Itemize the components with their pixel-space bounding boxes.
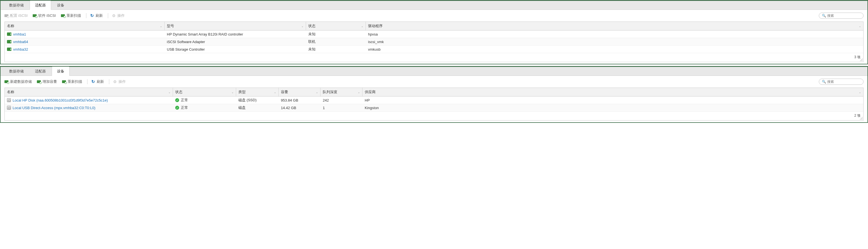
tab-devices[interactable]: 设备 bbox=[52, 66, 70, 76]
table-row[interactable]: vmhba32 USB Storage Controller 未知 vmkusb bbox=[5, 46, 863, 53]
table-row[interactable]: vmhba64 iSCSI Software Adapter 联机 iscsi_… bbox=[5, 38, 863, 46]
adapter-name-link[interactable]: vmhba64 bbox=[13, 40, 28, 44]
rescan-button[interactable]: 重新扫描 bbox=[61, 13, 81, 18]
resize-grip-icon[interactable] bbox=[860, 58, 863, 61]
new-datastore-button[interactable]: 新建数据存储 bbox=[4, 79, 32, 84]
devices-table-body: Local HP Disk (naa.600508b1001cd3f1d9f3d… bbox=[5, 96, 863, 112]
search-box[interactable]: 🔍 bbox=[819, 79, 864, 85]
rescan-button[interactable]: 重新扫描 bbox=[62, 79, 82, 84]
devices-toolbar: 新建数据存储 增加容量 重新扫描 ↻ 刷新 ⚙ 操作 🔍 bbox=[1, 76, 867, 88]
search-box[interactable]: 🔍 bbox=[819, 12, 864, 19]
hba-icon bbox=[7, 48, 11, 51]
col-model[interactable]: 型号⌄ bbox=[164, 22, 306, 30]
refresh-label: 刷新 bbox=[97, 79, 104, 84]
tab-devices[interactable]: 设备 bbox=[52, 1, 70, 9]
col-capacity[interactable]: 容量⌄ bbox=[279, 88, 320, 96]
actions-button[interactable]: ⚙ 操作 bbox=[112, 13, 125, 18]
cell-model: iSCSI Software Adapter bbox=[164, 38, 306, 45]
adapters-tab-bar: 数据存储 适配器 设备 bbox=[1, 1, 867, 10]
iscsi-icon bbox=[4, 14, 8, 17]
device-name-link[interactable]: Local HP Disk (naa.600508b1001cd3f1d9f3d… bbox=[12, 98, 108, 102]
cell-type: 磁盘 (SSD) bbox=[236, 96, 279, 104]
rescan-label: 重新扫描 bbox=[68, 79, 82, 84]
col-queue-depth[interactable]: 队列深度⌄ bbox=[320, 88, 363, 96]
new-datastore-icon bbox=[4, 80, 8, 83]
tab-adapters[interactable]: 适配器 bbox=[30, 66, 51, 76]
col-name[interactable]: 名称⌄ bbox=[5, 22, 164, 30]
sort-icon[interactable]: ⌄ bbox=[857, 25, 861, 28]
devices-table: 名称⌄ 状态⌄ 类型⌄ 容量⌄ 队列深度⌄ 供应商⌄ Local HP Disk… bbox=[4, 88, 864, 120]
device-name-link[interactable]: Local USB Direct-Access (mpx.vmhba32:C0:… bbox=[12, 106, 95, 110]
sort-icon[interactable]: ⌄ bbox=[230, 91, 234, 94]
col-status[interactable]: 状态⌄ bbox=[306, 22, 366, 30]
search-input[interactable] bbox=[827, 80, 861, 84]
increase-capacity-label: 增加容量 bbox=[42, 79, 57, 84]
refresh-icon: ↻ bbox=[90, 13, 94, 18]
cell-driver: iscsi_vmk bbox=[366, 38, 863, 45]
adapters-panel: 数据存储 适配器 设备 配置 iSCSI 软件 iSCSI 重新扫描 ↻ 刷新 … bbox=[0, 0, 868, 64]
software-iscsi-button[interactable]: 软件 iSCSI bbox=[33, 13, 56, 18]
cell-status: 未知 bbox=[306, 46, 366, 53]
adapters-table: 名称⌄ 型号⌄ 状态⌄ 驱动程序⌄ vmhba1 HP Dynamic Smar… bbox=[4, 22, 864, 62]
software-iscsi-label: 软件 iSCSI bbox=[38, 13, 56, 18]
search-icon: 🔍 bbox=[822, 80, 826, 84]
adapters-table-body: vmhba1 HP Dynamic Smart Array B120i RAID… bbox=[5, 30, 863, 53]
rescan-icon bbox=[62, 80, 66, 83]
actions-button[interactable]: ⚙ 操作 bbox=[113, 79, 126, 84]
cell-status: 未知 bbox=[306, 30, 366, 38]
hba-icon bbox=[7, 40, 11, 44]
cell-status: 联机 bbox=[306, 38, 366, 45]
rescan-icon bbox=[61, 14, 65, 17]
sort-icon[interactable]: ⌄ bbox=[356, 91, 360, 94]
disk-icon bbox=[7, 106, 11, 110]
gear-icon: ⚙ bbox=[112, 13, 116, 18]
new-datastore-label: 新建数据存储 bbox=[10, 79, 32, 84]
cell-vendor: Kingston bbox=[363, 104, 863, 111]
rescan-label: 重新扫描 bbox=[66, 13, 81, 18]
cell-capacity: 953.84 GB bbox=[279, 96, 320, 104]
refresh-icon: ↻ bbox=[91, 79, 95, 84]
devices-tab-bar: 数据存储 适配器 设备 bbox=[1, 67, 867, 76]
sort-icon[interactable]: ⌄ bbox=[300, 25, 304, 28]
cell-driver: hpvsa bbox=[366, 30, 863, 38]
refresh-label: 刷新 bbox=[96, 13, 103, 18]
col-status[interactable]: 状态⌄ bbox=[173, 88, 236, 96]
toolbar-separator bbox=[86, 13, 86, 18]
item-count: 3 项 bbox=[854, 55, 861, 59]
toolbar-separator bbox=[87, 79, 88, 84]
configure-iscsi-button[interactable]: 配置 iSCSI bbox=[4, 13, 28, 18]
sort-icon[interactable]: ⌄ bbox=[166, 91, 170, 94]
devices-panel: 数据存储 适配器 设备 新建数据存储 增加容量 重新扫描 ↻ 刷新 ⚙ 操作 🔍 bbox=[0, 66, 868, 123]
table-row[interactable]: vmhba1 HP Dynamic Smart Array B120i RAID… bbox=[5, 30, 863, 38]
devices-footer: 2 项 bbox=[5, 112, 863, 120]
col-vendor[interactable]: 供应商⌄ bbox=[363, 88, 863, 96]
table-row[interactable]: Local HP Disk (naa.600508b1001cd3f1d9f3d… bbox=[5, 96, 863, 104]
cell-driver: vmkusb bbox=[366, 46, 863, 53]
sort-icon[interactable]: ⌄ bbox=[158, 25, 162, 28]
actions-label: 操作 bbox=[119, 79, 126, 84]
table-row[interactable]: Local USB Direct-Access (mpx.vmhba32:C0:… bbox=[5, 104, 863, 112]
search-input[interactable] bbox=[827, 14, 861, 18]
tab-datastore[interactable]: 数据存储 bbox=[4, 66, 29, 76]
sort-icon[interactable]: ⌄ bbox=[272, 91, 276, 94]
col-driver[interactable]: 驱动程序⌄ bbox=[366, 22, 863, 30]
adapters-footer: 3 项 bbox=[5, 53, 863, 62]
disk-icon bbox=[7, 98, 11, 102]
resize-grip-icon[interactable] bbox=[860, 117, 863, 120]
col-name[interactable]: 名称⌄ bbox=[5, 88, 173, 96]
sort-icon[interactable]: ⌄ bbox=[360, 25, 363, 28]
adapter-name-link[interactable]: vmhba1 bbox=[13, 32, 26, 36]
refresh-button[interactable]: ↻ 刷新 bbox=[91, 79, 104, 84]
search-icon: 🔍 bbox=[822, 14, 826, 18]
gear-icon: ⚙ bbox=[113, 79, 117, 84]
increase-capacity-button[interactable]: 增加容量 bbox=[37, 79, 57, 84]
col-type[interactable]: 类型⌄ bbox=[236, 88, 279, 96]
tab-datastore[interactable]: 数据存储 bbox=[4, 1, 29, 9]
sort-icon[interactable]: ⌄ bbox=[857, 91, 861, 94]
iscsi-sw-icon bbox=[33, 14, 37, 17]
sort-icon[interactable]: ⌄ bbox=[314, 91, 318, 94]
toolbar-separator bbox=[109, 79, 109, 84]
tab-adapters[interactable]: 适配器 bbox=[30, 1, 51, 10]
refresh-button[interactable]: ↻ 刷新 bbox=[90, 13, 103, 18]
adapter-name-link[interactable]: vmhba32 bbox=[13, 47, 28, 52]
